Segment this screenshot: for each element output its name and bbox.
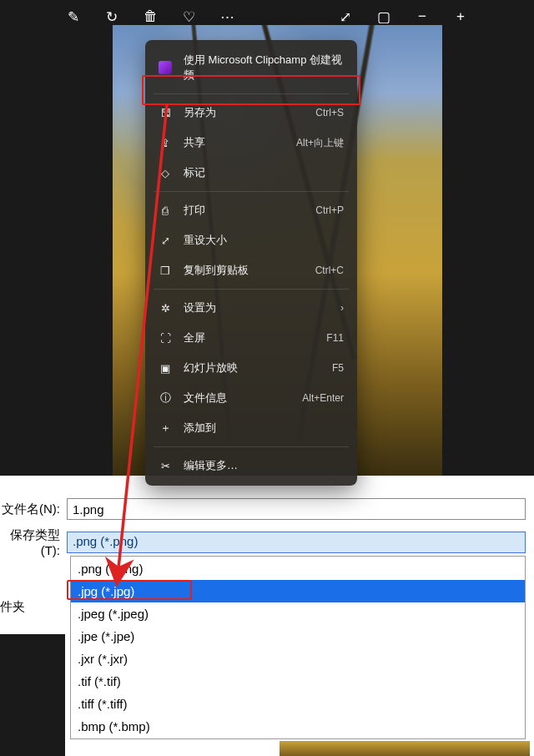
menu-item-label: 全屏 [184, 330, 315, 345]
filename-label: 文件名(N): [0, 501, 67, 517]
menu-item-editm[interactable]: ✂编辑更多… [145, 451, 357, 481]
menu-item-shortcut: › [340, 302, 344, 314]
menu-item-label: 打印 [184, 203, 304, 218]
menu-item-print[interactable]: ⎙打印Ctrl+P [145, 195, 357, 225]
photo-viewer: ✎ ↻ 🗑 ♡ ⋯ ⤢ ▢ − + 使用 Microsoft Clipchamp… [0, 0, 534, 476]
menu-item-resize[interactable]: ⤢重设大小 [145, 225, 357, 255]
info-icon: ⓘ [159, 391, 172, 405]
menu-item-setas[interactable]: ✲设置为› [145, 293, 357, 323]
slide-icon: ▣ [159, 361, 172, 375]
menu-item-label: 标记 [184, 165, 332, 180]
menu-item-label: 幻灯片放映 [184, 360, 320, 375]
filetype-option[interactable]: .jpg (*.jpg) [71, 580, 525, 602]
filetype-select[interactable]: .png (*.png) [67, 532, 526, 553]
copy-icon: ❐ [159, 264, 172, 277]
print-icon: ⎙ [159, 204, 172, 217]
delete-icon[interactable]: 🗑 [142, 8, 159, 25]
context-menu: 使用 Microsoft Clipchamp 创建视频 🖫另存为Ctrl+S⇪共… [145, 40, 357, 486]
zoom-in-icon[interactable]: + [452, 8, 469, 25]
more-icon[interactable]: ⋯ [219, 8, 235, 25]
menu-item-shortcut: Ctrl+S [315, 107, 344, 118]
share-icon: ⇪ [159, 136, 172, 149]
filetype-dropdown[interactable]: .png (*.png).jpg (*.jpg).jpeg (*.jpeg).j… [70, 556, 526, 739]
menu-item-label: 另存为 [184, 105, 304, 120]
menu-separator [154, 289, 349, 290]
menu-item-shortcut: Ctrl+C [315, 265, 344, 276]
editm-icon: ✂ [159, 459, 172, 472]
edit-icon[interactable]: ✎ [65, 8, 82, 25]
menu-label: 使用 Microsoft Clipchamp 创建视频 [184, 53, 344, 83]
add-icon: ＋ [159, 421, 172, 435]
slideshow-icon[interactable]: ▢ [375, 8, 392, 25]
menu-item-info[interactable]: ⓘ文件信息Alt+Enter [145, 383, 357, 413]
filetype-option[interactable]: .jpe (*.jpe) [71, 625, 525, 648]
menu-item-label: 复制到剪贴板 [184, 263, 304, 278]
save-icon: 🖫 [159, 106, 172, 119]
menu-item-shortcut: Ctrl+P [315, 204, 344, 216]
open-external-icon[interactable]: ⤢ [337, 8, 354, 25]
filetype-option[interactable]: .tif (*.tif) [71, 670, 525, 693]
filetype-option[interactable]: .jpeg (*.jpeg) [71, 602, 525, 625]
viewer-toolbar: ✎ ↻ 🗑 ♡ ⋯ ⤢ ▢ − + [0, 8, 534, 25]
filetype-option[interactable]: .png (*.png) [71, 557, 525, 580]
zoom-out-icon[interactable]: − [414, 8, 431, 25]
filename-input[interactable] [67, 498, 526, 520]
menu-item-label: 添加到 [184, 421, 332, 436]
menu-item-clipchamp[interactable]: 使用 Microsoft Clipchamp 创建视频 [145, 45, 357, 90]
menu-item-tag[interactable]: ◇标记 [145, 158, 357, 188]
menu-item-label: 文件信息 [184, 391, 290, 406]
filetype-option[interactable]: .jxr (*.jxr) [71, 648, 525, 670]
menu-item-add[interactable]: ＋添加到 [145, 413, 357, 443]
menu-item-copy[interactable]: ❐复制到剪贴板Ctrl+C [145, 255, 357, 285]
filetype-row: 保存类型(T): .png (*.png) [0, 526, 534, 559]
menu-item-shortcut: F11 [326, 332, 344, 344]
menu-item-slide[interactable]: ▣幻灯片放映F5 [145, 353, 357, 383]
menu-item-share[interactable]: ⇪共享Alt+向上键 [145, 128, 357, 158]
filetype-label: 保存类型(T): [0, 527, 67, 557]
menu-item-label: 重设大小 [184, 233, 332, 248]
menu-item-shortcut: Alt+向上键 [296, 136, 344, 150]
favorite-icon[interactable]: ♡ [180, 8, 197, 25]
filetype-option[interactable]: .tiff (*.tiff) [71, 693, 525, 715]
menu-item-label: 设置为 [184, 300, 329, 315]
resize-icon: ⤢ [159, 234, 172, 247]
menu-item-shortcut: F5 [332, 362, 344, 374]
menu-item-label: 共享 [184, 135, 285, 150]
clipchamp-icon [159, 61, 172, 74]
dark-strip [0, 634, 65, 756]
menu-separator [154, 93, 349, 94]
menu-item-label: 编辑更多… [184, 458, 332, 473]
photo-bottom-strip [280, 741, 530, 756]
filetype-option[interactable]: .bmp (*.bmp) [71, 715, 525, 738]
filename-row: 文件名(N): [0, 492, 534, 526]
menu-item-full[interactable]: ⛶全屏F11 [145, 323, 357, 353]
folder-label-fragment: 件夹 [0, 599, 33, 615]
menu-item-save[interactable]: 🖫另存为Ctrl+S [145, 98, 357, 128]
tag-icon: ◇ [159, 166, 172, 179]
menu-separator [154, 191, 349, 192]
rotate-icon[interactable]: ↻ [103, 8, 120, 25]
menu-item-shortcut: Alt+Enter [302, 392, 344, 404]
setas-icon: ✲ [159, 301, 172, 315]
menu-separator [154, 446, 349, 447]
full-icon: ⛶ [159, 331, 172, 345]
